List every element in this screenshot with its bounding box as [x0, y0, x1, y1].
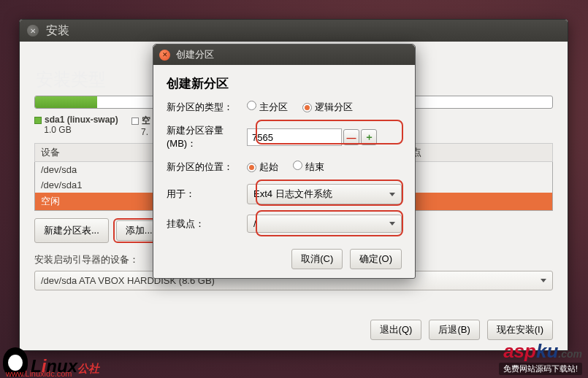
close-icon[interactable]: ✕ — [27, 25, 39, 36]
linux-url: www.Linuxidc.com — [6, 369, 72, 378]
ok-button[interactable]: 确定(O) — [350, 249, 402, 269]
dialog-title: 创建分区 — [176, 48, 214, 61]
size-label: 新建分区容量 (MB)： — [167, 124, 247, 150]
window-title: 安装 — [46, 23, 69, 39]
main-titlebar[interactable]: ✕ 安装 — [20, 20, 568, 42]
close-icon[interactable]: ✕ — [159, 50, 170, 61]
radio-end[interactable]: 结束 — [293, 161, 324, 174]
aspku-logo: aspku.com 免费网站源码下载站! — [499, 340, 582, 375]
mount-point-select[interactable]: / — [247, 215, 402, 233]
mount-label: 挂载点： — [167, 217, 247, 231]
size-input[interactable] — [247, 128, 342, 146]
cancel-button[interactable]: 取消(C) — [291, 249, 343, 269]
radio-logical[interactable]: 逻辑分区 — [302, 101, 353, 114]
page-title: 安装类型 — [36, 68, 106, 91]
radio-begin[interactable]: 起始 — [247, 161, 278, 174]
dialog-heading: 创建新分区 — [167, 75, 402, 92]
radio-primary[interactable]: 主分区 — [247, 101, 288, 114]
dialog-titlebar[interactable]: ✕ 创建分区 — [153, 45, 415, 65]
chevron-down-icon — [389, 222, 395, 225]
minus-icon[interactable]: — — [343, 129, 359, 145]
type-label: 新分区的类型： — [167, 101, 247, 114]
chevron-down-icon — [389, 193, 395, 196]
back-button[interactable]: 后退(B) — [429, 320, 479, 340]
quit-button[interactable]: 退出(Q) — [370, 320, 422, 340]
new-partition-table-button[interactable]: 新建分区表... — [34, 218, 109, 243]
install-now-button[interactable]: 现在安装(I) — [487, 320, 553, 340]
filesystem-select[interactable]: Ext4 日志文件系统 — [247, 184, 402, 204]
use-as-label: 用于： — [167, 188, 247, 201]
chevron-down-icon — [541, 279, 546, 282]
create-partition-dialog: ✕ 创建分区 创建新分区 新分区的类型： 主分区 逻辑分区 新建分区容量 (MB… — [153, 44, 416, 279]
location-label: 新分区的位置： — [167, 161, 247, 174]
plus-icon[interactable]: ＋ — [361, 129, 377, 145]
